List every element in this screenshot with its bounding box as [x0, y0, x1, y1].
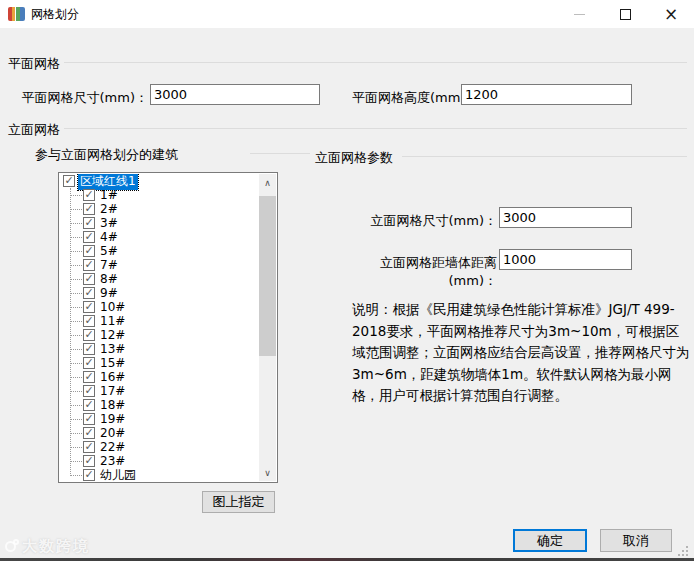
tree-item-label: 19#: [98, 412, 127, 426]
tree-item[interactable]: ✓7#: [59, 258, 259, 272]
ok-button[interactable]: 确定: [513, 529, 587, 552]
tree-item[interactable]: ✓15#: [59, 356, 259, 370]
checkbox-checked-icon[interactable]: ✓: [83, 287, 95, 299]
checkbox-checked-icon[interactable]: ✓: [83, 385, 95, 397]
checkbox-checked-icon[interactable]: ✓: [83, 217, 95, 229]
checkbox-checked-icon[interactable]: ✓: [83, 301, 95, 313]
tree-item[interactable]: ✓19#: [59, 412, 259, 426]
tree-item[interactable]: ✓5#: [59, 244, 259, 258]
minimize-icon: [574, 14, 585, 15]
tree-item-label: 7#: [98, 258, 120, 272]
building-listbox: ✓区域红线1✓1#✓2#✓3#✓4#✓5#✓7#✓8#✓9#✓10#✓11#✓1…: [58, 172, 278, 483]
checkbox-checked-icon[interactable]: ✓: [83, 245, 95, 257]
checkbox-checked-icon[interactable]: ✓: [83, 371, 95, 383]
tree-item[interactable]: ✓17#: [59, 384, 259, 398]
params-groupline: [402, 156, 687, 157]
pick-on-drawing-button[interactable]: 图上指定: [202, 491, 275, 513]
tree-item-label: 10#: [98, 300, 127, 314]
titlebar: 网格划分 ×: [0, 0, 694, 28]
close-icon: ×: [664, 6, 678, 23]
note-text: 说明：根据《民用建筑绿色性能计算标准》JGJ/T 499-2018要求，平面网格…: [352, 299, 690, 407]
plane-grid-group-label: 平面网格: [6, 55, 62, 73]
tree-item-label: 20#: [98, 426, 127, 440]
checkbox-checked-icon[interactable]: ✓: [83, 469, 95, 481]
plane-grid-size-label: 平面网格尺寸(mm)：: [10, 89, 148, 107]
plane-grid-height-label: 平面网格高度(mm)：: [352, 89, 478, 107]
elevation-grid-group-label: 立面网格: [6, 121, 62, 139]
wall-distance-label: 立面网格距墙体距离(mm)：: [340, 254, 497, 290]
tree-item[interactable]: ✓9#: [59, 286, 259, 300]
tree-item-label: 18#: [98, 398, 127, 412]
resize-grip-icon[interactable]: [686, 546, 688, 548]
window-title: 网格划分: [31, 0, 79, 28]
tree-connector: [70, 349, 82, 350]
tree-item[interactable]: ✓区域红线1: [59, 174, 259, 188]
tree-item-label: 15#: [98, 356, 127, 370]
tree-item[interactable]: ✓12#: [59, 328, 259, 342]
tree-item-label: 3#: [98, 216, 120, 230]
checkbox-checked-icon[interactable]: ✓: [83, 455, 95, 467]
checkbox-checked-icon[interactable]: ✓: [83, 413, 95, 425]
scrollbar-thumb[interactable]: [259, 196, 276, 356]
tree-connector: [70, 335, 82, 336]
tree-item[interactable]: ✓18#: [59, 398, 259, 412]
cancel-button[interactable]: 取消: [600, 529, 672, 552]
checkbox-checked-icon[interactable]: ✓: [83, 357, 95, 369]
tree-connector: [70, 251, 82, 252]
tree-connector: [70, 293, 82, 294]
checkbox-checked-icon[interactable]: ✓: [83, 427, 95, 439]
tree-item[interactable]: ✓2#: [59, 202, 259, 216]
tree-item[interactable]: ✓16#: [59, 370, 259, 384]
listbox-scrollbar[interactable]: ∧ ∨: [259, 174, 276, 481]
checkbox-checked-icon[interactable]: ✓: [83, 399, 95, 411]
watermark: 大数跨境: [5, 537, 90, 556]
tree-connector: [70, 223, 82, 224]
tree-connector: [70, 475, 82, 476]
tree-item-label: 17#: [98, 384, 127, 398]
tree-item[interactable]: ✓1#: [59, 188, 259, 202]
app-icon: [8, 7, 25, 21]
tree-connector: [70, 279, 82, 280]
close-button[interactable]: ×: [648, 0, 694, 28]
checkbox-checked-icon[interactable]: ✓: [83, 231, 95, 243]
scrollbar-up-icon[interactable]: ∧: [259, 174, 276, 191]
tree-item-label: 5#: [98, 244, 120, 258]
checkbox-checked-icon[interactable]: ✓: [83, 315, 95, 327]
tree-item-label: 12#: [98, 328, 127, 342]
tree-item[interactable]: ✓13#: [59, 342, 259, 356]
tree-item[interactable]: ✓11#: [59, 314, 259, 328]
wall-distance-input[interactable]: [499, 249, 632, 270]
elevation-grid-groupline: [64, 128, 687, 129]
minimize-button[interactable]: [556, 0, 602, 28]
checkbox-checked-icon[interactable]: ✓: [83, 273, 95, 285]
tree-item[interactable]: ✓23#: [59, 454, 259, 468]
scrollbar-down-icon[interactable]: ∨: [259, 464, 276, 481]
tree-item[interactable]: ✓22#: [59, 440, 259, 454]
tree-item[interactable]: ✓20#: [59, 426, 259, 440]
tree-item-label: 13#: [98, 342, 127, 356]
tree-item[interactable]: ✓10#: [59, 300, 259, 314]
plane-grid-height-input[interactable]: [461, 84, 632, 105]
maximize-icon: [620, 9, 631, 20]
tree-item[interactable]: ✓8#: [59, 272, 259, 286]
checkbox-checked-icon[interactable]: ✓: [63, 175, 75, 187]
tree-connector: [70, 237, 82, 238]
maximize-button[interactable]: [602, 0, 648, 28]
tree-item-label: 9#: [98, 286, 120, 300]
tree-connector: [70, 321, 82, 322]
checkbox-checked-icon[interactable]: ✓: [83, 343, 95, 355]
tree-item-label: 22#: [98, 440, 127, 454]
checkbox-checked-icon[interactable]: ✓: [83, 329, 95, 341]
tree-connector: [70, 419, 82, 420]
tree-item[interactable]: ✓3#: [59, 216, 259, 230]
watermark-text: 大数跨境: [22, 537, 90, 556]
checkbox-checked-icon[interactable]: ✓: [83, 441, 95, 453]
checkbox-checked-icon[interactable]: ✓: [83, 189, 95, 201]
elevation-size-input[interactable]: [499, 207, 632, 228]
tree-item[interactable]: ✓4#: [59, 230, 259, 244]
tree-item-label: 8#: [98, 272, 120, 286]
plane-grid-size-input[interactable]: [150, 84, 320, 105]
checkbox-checked-icon[interactable]: ✓: [83, 203, 95, 215]
tree-item[interactable]: ✓幼儿园: [59, 468, 259, 481]
checkbox-checked-icon[interactable]: ✓: [83, 259, 95, 271]
